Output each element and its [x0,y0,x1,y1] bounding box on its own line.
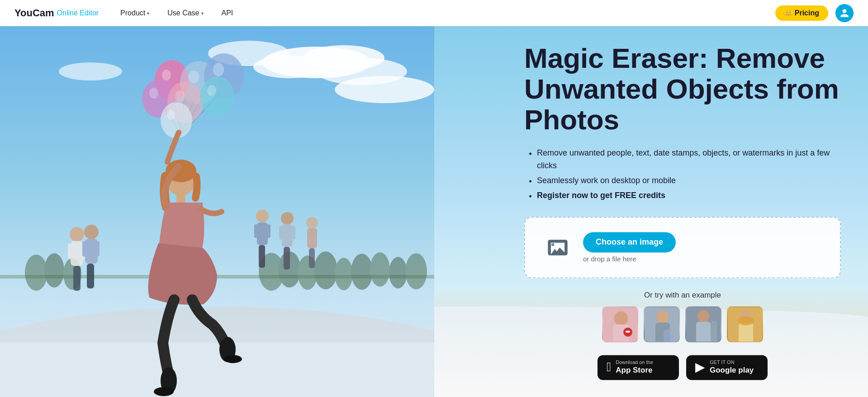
svg-point-63 [200,76,234,116]
svg-rect-30 [87,264,94,288]
svg-rect-42 [291,226,295,240]
user-avatar[interactable] [835,4,854,22]
svg-point-20 [405,253,427,289]
svg-point-18 [370,252,390,287]
pricing-button[interactable]: 👑 Pricing [775,5,828,21]
choose-image-button[interactable]: Choose an image [583,232,676,252]
drop-label: or drop a file here [583,255,676,263]
svg-rect-40 [284,247,290,269]
svg-point-85 [697,310,709,322]
logo-youcam: YouCam [14,7,54,19]
hero-left-scene [0,26,434,397]
svg-rect-87 [711,321,717,342]
svg-point-81 [657,311,669,323]
svg-point-38 [281,212,294,225]
svg-point-91 [738,316,754,325]
svg-point-16 [335,258,353,290]
svg-rect-26 [68,243,73,259]
photo-icon [546,236,569,259]
svg-point-71 [154,387,174,396]
svg-point-23 [70,227,84,241]
svg-rect-44 [307,228,317,248]
crown-icon: 👑 [784,9,792,17]
svg-point-28 [84,225,99,239]
svg-point-54 [162,70,171,80]
nav-item-product[interactable]: Product ▾ [113,5,157,21]
svg-rect-36 [254,224,259,238]
example-thumbs [524,306,841,342]
svg-point-19 [389,257,407,288]
examples-label: Or try with an example [524,291,841,300]
svg-point-60 [149,88,158,99]
svg-rect-79 [626,331,630,332]
hero-bullet-3: Register now to get FREE credits [537,189,841,202]
app-store-button[interactable]:  Download on the App Store [598,355,679,380]
hero-scene-svg [0,26,434,397]
svg-rect-31 [82,241,88,257]
hero-bullet-1: Remove unwanted people, text, date stamp… [537,147,841,173]
svg-rect-86 [696,321,711,342]
google-play-button[interactable]: ▶ GET IT ON Google play [686,355,768,380]
logo-online-editor: Online Editor [57,9,99,17]
svg-point-56 [188,71,199,83]
example-thumb-1[interactable] [602,306,638,342]
app-buttons:  Download on the App Store ▶ GET IT ON … [524,355,841,380]
svg-point-43 [306,217,318,229]
example-thumb-3[interactable] [685,306,721,342]
svg-point-73 [224,355,242,363]
nav-item-use-case[interactable]: Use Case ▾ [160,5,210,21]
nav-links: Product ▾ Use Case ▾ API 👑 Pricing [113,5,828,21]
svg-point-15 [314,251,337,289]
svg-point-33 [256,210,269,222]
hero-bullet-2: Seamlessly work on desktop or mobile [537,175,841,188]
user-icon [840,8,849,18]
svg-point-62 [175,90,185,102]
svg-rect-37 [266,224,270,238]
app-store-text: Download on the App Store [616,359,653,375]
apple-icon:  [607,361,611,374]
hero-content: Magic Eraser: Remove Unwanted Objects fr… [524,43,841,380]
svg-point-7 [335,76,434,103]
svg-point-9 [25,255,47,291]
svg-point-76 [614,311,628,326]
svg-rect-45 [309,248,315,268]
hero-section: Magic Eraser: Remove Unwanted Objects fr… [0,26,868,397]
svg-rect-22 [0,343,434,397]
svg-point-66 [167,110,175,120]
svg-rect-90 [739,322,753,342]
svg-rect-32 [94,241,100,257]
upload-text: Choose an image or drop a file here [583,232,676,263]
example-thumb-2[interactable] [644,306,680,342]
svg-rect-83 [664,330,673,342]
google-play-text: GET IT ON Google play [710,359,754,375]
svg-rect-35 [259,245,265,268]
image-upload-icon [543,233,572,262]
nav-item-api[interactable]: API [214,5,241,21]
svg-rect-25 [73,266,81,291]
example-thumb-4[interactable] [727,306,763,342]
chevron-down-icon: ▾ [147,11,149,16]
svg-point-17 [351,254,373,290]
svg-point-64 [207,85,216,96]
svg-point-58 [213,63,224,76]
hero-bullets: Remove unwanted people, text, date stamp… [524,147,841,202]
svg-rect-41 [279,226,284,240]
logo-link[interactable]: YouCam Online Editor [14,7,99,19]
google-play-icon: ▶ [695,361,705,374]
svg-point-74 [551,243,555,246]
svg-point-10 [44,253,64,288]
navbar: YouCam Online Editor Product ▾ Use Case … [0,0,868,26]
chevron-down-icon: ▾ [201,11,204,16]
hero-title: Magic Eraser: Remove Unwanted Objects fr… [524,43,841,136]
upload-box[interactable]: Choose an image or drop a file here [524,217,841,278]
svg-rect-69 [176,194,185,203]
svg-point-6 [59,62,122,80]
